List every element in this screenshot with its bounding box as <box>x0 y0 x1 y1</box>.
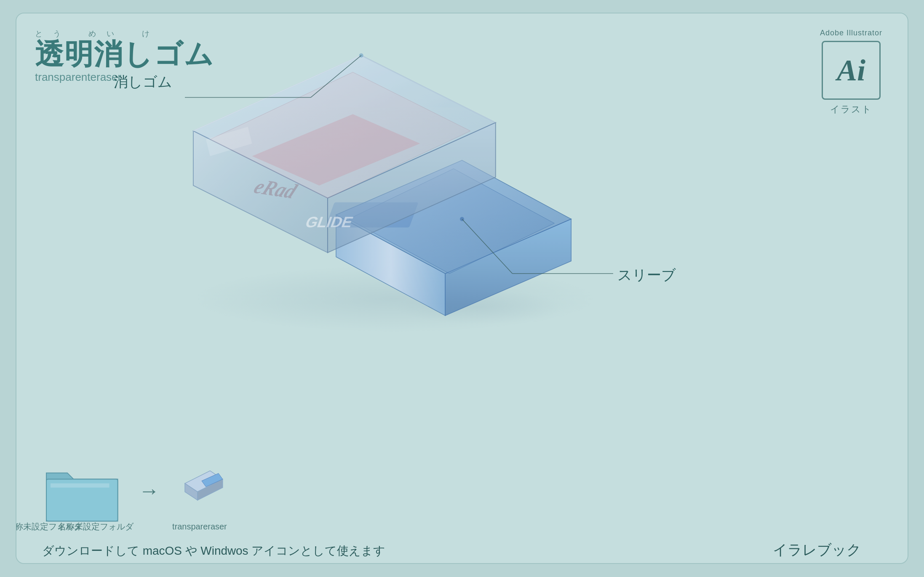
main-illustration: eRad GLIDE 消しゴム スリーブ <box>16 13 908 563</box>
svg-text:名称未設定フォルダ: 名称未設定フォルダ <box>58 522 134 531</box>
svg-text:消しゴム: 消しゴム <box>114 74 172 90</box>
svg-text:ダウンロードして macOS や Windwos アイコンと: ダウンロードして macOS や Windwos アイコンとして使えます <box>42 544 385 557</box>
svg-text:イラレブック: イラレブック <box>773 542 861 558</box>
main-container: と う め い け 透明消しゴム transparenteraser Adobe… <box>16 13 908 564</box>
svg-text:GLIDE: GLIDE <box>303 214 355 231</box>
svg-text:→: → <box>139 479 160 503</box>
svg-text:transpareraser: transpareraser <box>172 522 227 531</box>
svg-text:スリーブ: スリーブ <box>617 267 676 283</box>
